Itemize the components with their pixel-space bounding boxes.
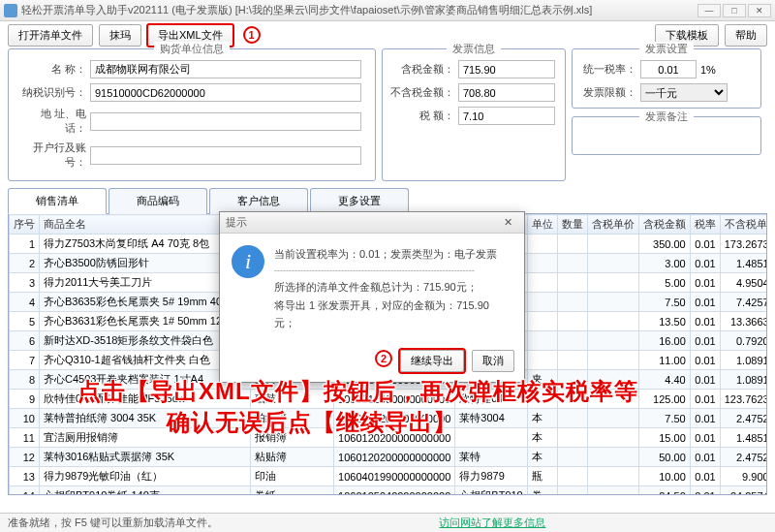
cell[interactable] xyxy=(557,312,587,331)
cell[interactable]: 1.089109 xyxy=(720,351,767,370)
cell[interactable] xyxy=(587,428,638,448)
cell[interactable]: 心相印BT910 xyxy=(455,486,527,496)
incl-amount[interactable] xyxy=(458,60,555,78)
cell[interactable]: 0.01 xyxy=(690,467,720,486)
cell[interactable]: 0.01 xyxy=(690,390,720,409)
col-rate[interactable]: 税率 xyxy=(690,215,720,235)
cell[interactable]: 9.90099 xyxy=(720,467,767,486)
cancel-button[interactable]: 取消 xyxy=(472,350,514,372)
cell[interactable] xyxy=(527,312,557,331)
cell[interactable] xyxy=(527,235,557,254)
col-seq[interactable]: 序号 xyxy=(10,215,40,235)
cell[interactable]: 50.00 xyxy=(638,448,690,467)
cell[interactable]: 本 xyxy=(527,409,557,428)
cell[interactable] xyxy=(587,486,638,496)
cell[interactable]: 15.00 xyxy=(638,428,690,448)
cell[interactable]: 0.01 xyxy=(690,331,720,351)
cell[interactable] xyxy=(587,312,638,331)
cell[interactable] xyxy=(587,331,638,351)
cell[interactable]: 173.267327 xyxy=(720,235,767,254)
continue-export-button[interactable]: 继续导出 xyxy=(400,350,464,372)
cell[interactable]: 1.485149 xyxy=(720,254,767,273)
cell[interactable]: 1 xyxy=(10,235,40,254)
table-row[interactable]: 13得力9879光敏印油（红）印油1060401990000000000得力98… xyxy=(10,467,768,486)
cell[interactable]: 0.01 xyxy=(690,409,720,428)
cell[interactable]: 1060120200000000000 xyxy=(334,448,455,467)
cell[interactable]: 莱特 xyxy=(455,448,527,467)
cell[interactable]: 1060401990000000000 xyxy=(334,467,455,486)
cell[interactable]: 得力9879 xyxy=(455,467,527,486)
cell[interactable] xyxy=(557,331,587,351)
table-row[interactable]: 12莱特3016粘贴式票据簿 35K粘贴簿1060120200000000000… xyxy=(10,448,768,467)
cell[interactable]: 0.792079 xyxy=(720,331,767,351)
cell[interactable]: 0.01 xyxy=(690,293,720,312)
col-price-in[interactable]: 含税单价 xyxy=(587,215,638,235)
cell[interactable]: 13.50 xyxy=(638,312,690,331)
cell[interactable]: 0.01 xyxy=(690,235,720,254)
cell[interactable]: 卷 xyxy=(527,486,557,496)
cell[interactable] xyxy=(557,235,587,254)
tab-sales-list[interactable]: 销售清单 xyxy=(8,188,107,214)
cell[interactable]: 12 xyxy=(10,448,40,467)
close-button[interactable]: ✕ xyxy=(748,4,771,17)
cell[interactable] xyxy=(587,235,638,254)
cell[interactable]: 1.089109 xyxy=(720,370,767,390)
cell[interactable]: 0.01 xyxy=(690,428,720,448)
limit-select[interactable]: 一千元 xyxy=(640,83,728,102)
cell[interactable]: 16.00 xyxy=(638,331,690,351)
cell[interactable]: 7.50 xyxy=(638,409,690,428)
help-button[interactable]: 帮助 xyxy=(725,24,767,47)
buyer-bank-input[interactable] xyxy=(90,146,361,165)
cell[interactable]: 13.366337 xyxy=(720,312,767,331)
cell[interactable] xyxy=(587,448,638,467)
cell[interactable]: 14 xyxy=(10,486,40,496)
tax-amount[interactable] xyxy=(458,107,555,125)
cell[interactable] xyxy=(557,448,587,467)
note-input[interactable] xyxy=(580,123,753,135)
cell[interactable]: 本 xyxy=(527,448,557,467)
cell[interactable] xyxy=(587,409,638,428)
cell[interactable] xyxy=(557,293,587,312)
cell[interactable] xyxy=(557,273,587,293)
buyer-taxid-input[interactable] xyxy=(90,83,361,102)
cell[interactable] xyxy=(587,467,638,486)
cell[interactable]: 8 xyxy=(10,370,40,390)
cell[interactable] xyxy=(455,428,527,448)
cell[interactable]: 1.485149 xyxy=(720,428,767,448)
cell[interactable]: 24.257426 xyxy=(720,486,767,496)
cell[interactable]: 7 xyxy=(10,351,40,370)
col-qty[interactable]: 数量 xyxy=(557,215,587,235)
cell[interactable]: 2.475248 xyxy=(720,448,767,467)
tab-product-code[interactable]: 商品编码 xyxy=(108,188,207,214)
cell[interactable]: 10 xyxy=(10,409,40,428)
buyer-addr-input[interactable] xyxy=(90,112,361,131)
dialog-close-icon[interactable]: ✕ xyxy=(498,216,518,229)
cell[interactable]: 4.950495 xyxy=(720,273,767,293)
cell[interactable]: 125.00 xyxy=(638,390,690,409)
cell[interactable]: 13 xyxy=(10,467,40,486)
cell[interactable]: 莱特3004 xyxy=(455,409,527,428)
cell[interactable]: 0.01 xyxy=(690,312,720,331)
cell[interactable]: 0.01 xyxy=(690,273,720,293)
cell[interactable]: 卷纸 xyxy=(251,486,334,496)
cell[interactable]: 11 xyxy=(10,428,40,448)
cell[interactable]: 2 xyxy=(10,254,40,273)
cell[interactable]: 3 xyxy=(10,273,40,293)
cell[interactable]: 9 xyxy=(10,390,40,409)
cell[interactable]: 0.01 xyxy=(690,370,720,390)
cell[interactable]: 0.01 xyxy=(690,448,720,467)
cell[interactable]: 1060105040000000000 xyxy=(334,486,455,496)
maximize-button[interactable]: □ xyxy=(723,4,746,17)
cell[interactable] xyxy=(527,254,557,273)
cell[interactable]: 瓶 xyxy=(527,467,557,486)
cell[interactable]: 10.00 xyxy=(638,467,690,486)
cell[interactable] xyxy=(527,331,557,351)
cell[interactable]: 粘贴簿 xyxy=(251,448,334,467)
col-unit[interactable]: 单位 xyxy=(527,215,557,235)
cell[interactable] xyxy=(557,428,587,448)
decode-button[interactable]: 抹玛 xyxy=(99,24,141,47)
cell[interactable] xyxy=(527,273,557,293)
cell[interactable] xyxy=(557,486,587,496)
cell[interactable]: 24.50 xyxy=(638,486,690,496)
tab-customer-info[interactable]: 客户信息 xyxy=(209,188,308,214)
